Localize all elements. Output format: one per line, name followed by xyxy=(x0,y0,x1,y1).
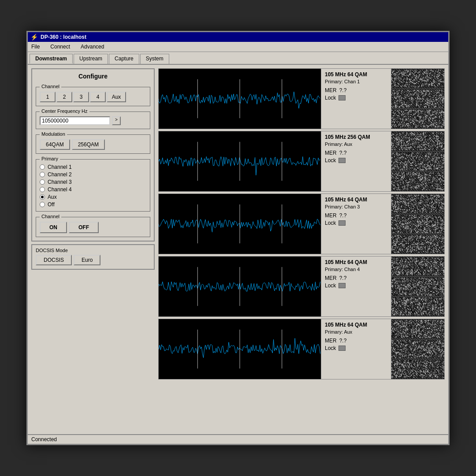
svg-rect-212 xyxy=(409,74,410,75)
svg-rect-3000 xyxy=(391,180,392,181)
svg-rect-8533 xyxy=(404,363,405,364)
svg-rect-6983 xyxy=(426,303,427,304)
svg-rect-7444 xyxy=(413,330,414,331)
svg-rect-4922 xyxy=(403,245,404,246)
primary-option-aux[interactable]: Aux xyxy=(40,194,146,200)
svg-rect-3443 xyxy=(434,179,435,180)
svg-rect-3359 xyxy=(426,183,427,184)
mod-64qam-btn[interactable]: 64QAM xyxy=(40,139,70,150)
svg-rect-7342 xyxy=(405,322,405,323)
tab-downstream[interactable]: Downstream xyxy=(30,54,73,64)
svg-rect-7876 xyxy=(398,348,399,349)
svg-rect-5968 xyxy=(391,286,392,286)
svg-rect-5665 xyxy=(416,274,417,275)
svg-rect-8675 xyxy=(417,375,418,376)
mer-value-4: ?.? xyxy=(339,275,347,281)
svg-rect-8161 xyxy=(423,350,424,351)
tab-upstream[interactable]: Upstream xyxy=(74,54,108,64)
docsis-btn[interactable]: DOCSIS xyxy=(36,255,72,265)
primary-option-chan1[interactable]: Channel 1 xyxy=(40,164,146,170)
svg-rect-569 xyxy=(441,72,442,73)
svg-rect-8049 xyxy=(413,345,414,346)
svg-rect-505 xyxy=(435,71,436,72)
svg-rect-7035 xyxy=(430,303,431,304)
svg-rect-7646 xyxy=(430,327,431,328)
svg-rect-7868 xyxy=(398,346,398,347)
svg-rect-643 xyxy=(394,100,395,101)
svg-rect-8091 xyxy=(417,353,418,353)
svg-rect-2225 xyxy=(427,149,428,150)
svg-rect-1139 xyxy=(438,107,439,108)
menu-connect[interactable]: Connect xyxy=(48,43,72,51)
svg-rect-3127 xyxy=(404,177,405,178)
svg-rect-6367 xyxy=(427,278,428,279)
primary-option-chan3[interactable]: Channel 3 xyxy=(40,179,146,185)
svg-rect-3085 xyxy=(400,183,401,184)
menu-file[interactable]: File xyxy=(30,43,41,51)
channel-1-btn[interactable]: 1 xyxy=(40,92,56,102)
primary-option-chan4[interactable]: Channel 4 xyxy=(40,186,146,193)
svg-rect-7943 xyxy=(404,353,405,354)
svg-rect-582 xyxy=(442,81,443,82)
primary-option-chan2[interactable]: Channel 2 xyxy=(40,171,146,178)
svg-rect-3421 xyxy=(432,182,433,182)
svg-rect-6439 xyxy=(433,292,434,293)
menu-advanced[interactable]: Advanced xyxy=(79,43,106,51)
svg-rect-7071 xyxy=(434,303,435,304)
svg-rect-3622 xyxy=(396,209,397,210)
tab-system[interactable]: System xyxy=(140,54,169,64)
svg-rect-6875 xyxy=(417,308,418,309)
svg-rect-6333 xyxy=(424,281,425,282)
svg-rect-6995 xyxy=(427,313,428,314)
freq-input[interactable] xyxy=(40,116,110,125)
svg-rect-4798 xyxy=(392,242,393,243)
channel-4-btn[interactable]: 4 xyxy=(90,92,106,102)
svg-rect-4833 xyxy=(395,243,396,244)
tab-capture[interactable]: Capture xyxy=(109,54,139,64)
svg-rect-4133 xyxy=(440,205,441,205)
svg-rect-3732 xyxy=(406,207,407,208)
svg-rect-904 xyxy=(418,95,419,96)
svg-rect-2139 xyxy=(420,138,420,139)
svg-rect-6302 xyxy=(420,287,421,288)
svg-rect-3324 xyxy=(423,176,424,177)
svg-rect-7861 xyxy=(397,347,398,348)
primary-option-off[interactable]: Off xyxy=(40,201,146,208)
channel-2-btn[interactable]: 2 xyxy=(56,92,72,102)
channel-3-btn[interactable]: 3 xyxy=(73,92,89,102)
svg-rect-7679 xyxy=(434,326,435,327)
svg-rect-6132 xyxy=(405,294,406,294)
svg-rect-61 xyxy=(397,70,398,71)
svg-rect-807 xyxy=(409,98,410,99)
svg-rect-3165 xyxy=(408,174,409,175)
off-button[interactable]: OFF xyxy=(69,222,99,233)
svg-rect-2975 xyxy=(442,160,443,161)
svg-rect-7563 xyxy=(423,331,424,331)
svg-rect-6925 xyxy=(421,301,422,301)
freq-arrow-btn[interactable]: > xyxy=(112,116,121,125)
svg-rect-7642 xyxy=(430,323,431,324)
svg-rect-5031 xyxy=(413,249,413,249)
svg-rect-123 xyxy=(402,73,403,74)
on-button[interactable]: ON xyxy=(40,222,67,233)
svg-rect-852 xyxy=(413,94,414,95)
svg-rect-7265 xyxy=(398,334,398,335)
svg-rect-938 xyxy=(421,91,422,92)
svg-rect-5497 xyxy=(401,262,402,263)
svg-rect-1392 xyxy=(408,117,409,118)
svg-rect-7223 xyxy=(395,322,396,323)
svg-rect-6203 xyxy=(412,294,413,295)
svg-rect-1927 xyxy=(401,143,402,144)
svg-rect-4241 xyxy=(398,227,398,228)
svg-rect-5733 xyxy=(423,271,424,272)
channel-aux-btn[interactable]: Aux xyxy=(107,92,126,102)
mod-256qam-btn[interactable]: 256QAM xyxy=(72,139,105,150)
svg-rect-4778 xyxy=(443,222,444,223)
svg-rect-8448 xyxy=(396,376,397,376)
svg-rect-3049 xyxy=(397,180,398,181)
svg-rect-3105 xyxy=(402,177,403,178)
svg-rect-1404 xyxy=(409,115,410,116)
svg-rect-3895 xyxy=(420,211,420,212)
euro-btn[interactable]: Euro xyxy=(74,255,100,265)
svg-rect-7612 xyxy=(428,331,428,331)
